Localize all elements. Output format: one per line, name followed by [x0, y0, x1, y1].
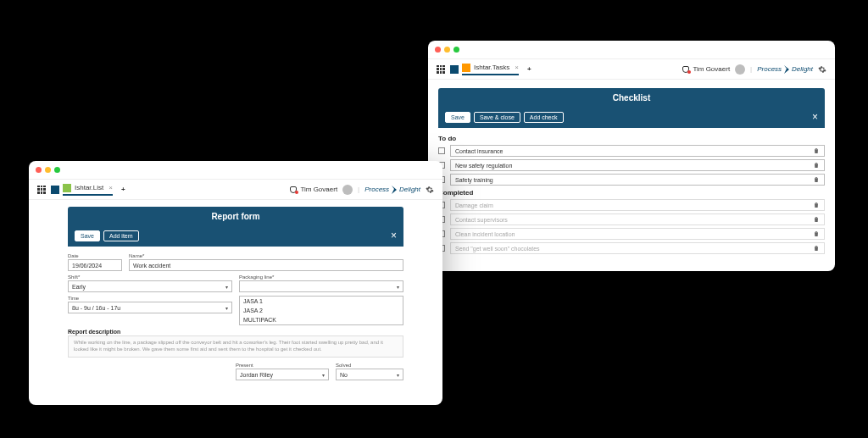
brand-logo: Process Delight — [757, 65, 813, 74]
brand-logo: Process Delight — [364, 186, 420, 194]
checklist-text[interactable]: Safety training — [450, 174, 825, 186]
delete-icon[interactable] — [813, 202, 820, 208]
delete-icon[interactable] — [813, 162, 820, 169]
name-label: Name* — [129, 253, 403, 258]
tab-close-icon[interactable]: × — [108, 184, 113, 191]
tab-label: Ishtar.List — [75, 184, 103, 191]
max-dot[interactable] — [54, 167, 60, 173]
tab-color-icon — [462, 64, 470, 72]
delete-icon[interactable] — [813, 147, 820, 154]
packaging-line-option[interactable]: JASA 1 — [240, 297, 403, 306]
mac-titlebar — [29, 161, 442, 180]
notification-bell-icon[interactable] — [290, 186, 297, 193]
checklist-item: New safety regulation — [438, 159, 825, 171]
date-label: Date — [68, 253, 122, 258]
description-label: Report description — [68, 329, 403, 335]
tab-ishtar-tasks[interactable]: Ishtar.Tasks × — [462, 64, 519, 75]
solved-select[interactable]: No — [336, 369, 403, 380]
close-panel-icon[interactable]: × — [391, 230, 397, 241]
close-dot[interactable] — [435, 47, 441, 53]
packaging-line-option[interactable]: MULTIPACK — [240, 315, 403, 324]
user-name: Tim Govaert — [693, 65, 730, 73]
shift-label: Shift* — [68, 274, 232, 280]
checklist-item: Damage claim — [438, 199, 825, 211]
packaging-line-label: Packaging line* — [239, 274, 403, 280]
save-close-button[interactable]: Save & close — [474, 112, 520, 123]
add-check-button[interactable]: Add check — [524, 112, 564, 123]
packaging-line-option[interactable]: JASA 2 — [240, 306, 403, 315]
delete-icon[interactable] — [813, 216, 820, 223]
tab-label: Ishtar.Tasks — [474, 64, 509, 71]
app-icon — [51, 186, 59, 194]
app-topbar: Ishtar.List × + Tim Govaert | Process De… — [29, 180, 442, 200]
user-name: Tim Govaert — [300, 186, 337, 193]
checklist-item: Contact insurance — [438, 145, 825, 157]
min-dot[interactable] — [45, 167, 51, 173]
checklist-text[interactable]: Contact supervisors — [450, 213, 825, 225]
checklist-item: Send "get well soon" chocolates — [438, 242, 825, 254]
app-topbar: Ishtar.Tasks × + Tim Govaert | Process D… — [428, 59, 835, 80]
window-checklist: Ishtar.Tasks × + Tim Govaert | Process D… — [428, 41, 835, 271]
settings-icon[interactable] — [426, 186, 434, 194]
description-textarea[interactable]: While working on the line, a package sli… — [68, 335, 403, 358]
new-tab-button[interactable]: + — [121, 186, 125, 193]
checklist-text[interactable]: New safety regulation — [450, 159, 825, 171]
checkbox[interactable] — [438, 147, 445, 154]
window-report-form: Ishtar.List × + Tim Govaert | Process De… — [29, 161, 442, 405]
min-dot[interactable] — [444, 47, 450, 53]
present-select[interactable]: Jordan Riley — [236, 369, 329, 380]
tab-color-icon — [63, 184, 71, 192]
new-tab-button[interactable]: + — [527, 65, 531, 73]
settings-icon[interactable] — [818, 65, 826, 74]
mac-titlebar — [428, 41, 835, 59]
close-panel-icon[interactable]: × — [812, 111, 818, 123]
time-label: Time — [68, 296, 232, 301]
tab-close-icon[interactable]: × — [515, 64, 519, 71]
present-label: Present — [236, 363, 329, 368]
checklist-text[interactable]: Damage claim — [450, 199, 825, 211]
time-select[interactable]: 8u - 9u / 16u - 17u — [68, 302, 232, 313]
checklist-text[interactable]: Contact insurance — [450, 145, 825, 157]
panel-title: Report form — [68, 207, 403, 226]
add-item-button[interactable]: Add item — [103, 230, 139, 241]
app-launcher-icon[interactable] — [437, 65, 445, 74]
checklist-text[interactable]: Send "get well soon" chocolates — [450, 242, 825, 254]
checklist-text[interactable]: Clean incident location — [450, 228, 825, 240]
packaging-line-options[interactable]: JASA 1JASA 2MULTIPACK — [239, 296, 403, 325]
delete-icon[interactable] — [813, 230, 820, 237]
notification-bell-icon[interactable] — [682, 66, 689, 73]
app-launcher-icon[interactable] — [37, 186, 46, 194]
delete-icon[interactable] — [813, 176, 820, 183]
checklist-item: Safety training — [438, 174, 825, 186]
packaging-line-select[interactable] — [239, 280, 403, 292]
tab-ishtar-list[interactable]: Ishtar.List × — [63, 184, 113, 196]
avatar[interactable] — [735, 64, 745, 75]
checklist-item: Contact supervisors — [438, 213, 825, 225]
date-input[interactable]: 19/06/2024 — [68, 259, 122, 271]
close-dot[interactable] — [36, 167, 42, 173]
delete-icon[interactable] — [813, 245, 820, 252]
solved-label: Solved — [336, 363, 403, 368]
save-button[interactable]: Save — [445, 112, 470, 123]
panel-title: Checklist — [438, 88, 825, 108]
save-button[interactable]: Save — [75, 230, 100, 241]
avatar[interactable] — [342, 185, 353, 195]
checklist-item: Clean incident location — [438, 228, 825, 240]
completed-heading: Completed — [438, 189, 825, 197]
app-icon — [450, 65, 459, 74]
name-input[interactable]: Work accident — [129, 259, 403, 271]
max-dot[interactable] — [453, 47, 459, 53]
todo-heading: To do — [438, 135, 825, 142]
shift-select[interactable]: Early — [68, 280, 232, 292]
